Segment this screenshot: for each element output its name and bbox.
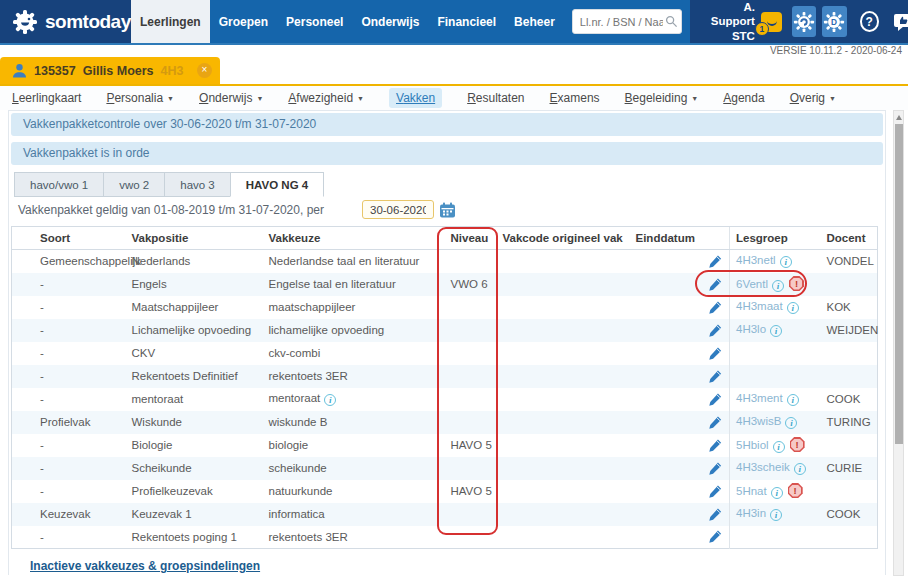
info-icon[interactable]: i (780, 256, 792, 268)
table-row: -Maatschappijleermaatschappijleer4H3maat… (12, 296, 878, 319)
nav-financieel[interactable]: Financieel (428, 0, 505, 43)
cell-einddatum (634, 365, 730, 388)
somtoday-core-app-icon[interactable] (792, 6, 816, 37)
info-icon[interactable]: i (787, 302, 799, 314)
info-icon[interactable]: i (785, 417, 797, 429)
notifications-icon[interactable]: 1 (761, 12, 782, 32)
info-icon[interactable]: i (324, 394, 336, 406)
menu-item-overig[interactable]: Overig▼ (790, 91, 836, 105)
menu-item-examens[interactable]: Examens (550, 91, 600, 105)
cell-lesgroep: 4H3ini (730, 503, 825, 526)
info-icon[interactable]: i (773, 441, 785, 453)
calendar-icon[interactable] (439, 202, 456, 218)
chevron-down-icon: ▼ (691, 95, 698, 102)
lesgroep-link[interactable]: 4H3scheik (736, 461, 790, 473)
edit-pencil-icon[interactable] (708, 369, 723, 384)
cell-niveau (449, 365, 501, 388)
cell-soort: - (12, 434, 130, 457)
cell-soort: - (12, 296, 130, 319)
vertical-scrollbar[interactable] (893, 110, 904, 576)
chevron-down-icon: ▼ (829, 95, 836, 102)
menu-item-onderwijs[interactable]: Onderwijs▼ (199, 91, 263, 105)
chevron-down-icon: ▼ (167, 95, 174, 102)
table-row: KeuzevakKeuzevak 1informatica4H3iniCOOK (12, 503, 878, 526)
warning-icon[interactable]: ! (789, 276, 804, 291)
inactive-subjects-link[interactable]: Inactieve vakkeuzes & groepsindelingen (30, 559, 260, 573)
package-tab-vwo-2[interactable]: vwo 2 (103, 172, 164, 197)
warning-icon[interactable]: ! (788, 483, 803, 498)
menu-item-leerlingkaart[interactable]: Leerlingkaart (12, 91, 81, 105)
table-row: -mentoraatmentoraati4H3mentiCOOK (12, 388, 878, 411)
somtoday-docent-app-icon[interactable]: D (822, 6, 846, 37)
edit-pencil-icon[interactable] (708, 323, 723, 338)
column-header-niveau: Niveau (449, 227, 501, 250)
package-tab-havo-3[interactable]: havo 3 (164, 172, 230, 197)
lesgroep-link[interactable]: 5Hbiol (736, 439, 769, 451)
lesgroep-link[interactable]: 4H3ment (736, 392, 783, 404)
cell-soort: - (12, 457, 130, 480)
edit-pencil-icon[interactable] (708, 438, 723, 453)
info-icon[interactable]: i (787, 394, 799, 406)
lesgroep-link[interactable]: 4H3netl (736, 254, 776, 266)
lesgroep-link[interactable]: 6Ventl (736, 278, 768, 290)
cell-docent: COOK (825, 503, 878, 526)
info-icon[interactable]: i (770, 325, 782, 337)
edit-pencil-icon[interactable] (708, 392, 723, 407)
nav-groepen[interactable]: Groepen (210, 0, 277, 43)
date-input[interactable] (362, 200, 434, 219)
student-menu: LeerlingkaartPersonalia▼Onderwijs▼Afwezi… (0, 86, 908, 110)
cell-vakpositie: Profielkeuzevak (130, 480, 267, 503)
table-row: ProfielvakWiskundewiskunde B4H3wisBiTURI… (12, 411, 878, 434)
edit-pencil-icon[interactable] (708, 461, 723, 476)
cell-lesgroep: 4H3menti (730, 388, 825, 411)
nav-leerlingen[interactable]: Leerlingen (131, 0, 210, 43)
scrollbar-up-arrow-icon[interactable] (896, 115, 902, 120)
student-tab[interactable]: 135357 Gillis Moers 4H3 × (0, 57, 220, 84)
help-icon[interactable]: ? (860, 11, 879, 32)
edit-pencil-icon[interactable] (708, 507, 723, 522)
package-tab-havo-ng-4[interactable]: HAVO NG 4 (230, 172, 324, 197)
somtoday-logo[interactable]: somtoday (0, 0, 131, 43)
edit-pencil-icon[interactable] (708, 277, 723, 292)
edit-pencil-icon[interactable] (708, 484, 723, 499)
lesgroep-link[interactable]: 5Hnat (736, 485, 767, 497)
menu-item-personalia[interactable]: Personalia▼ (106, 91, 174, 105)
cell-lesgroep: 5Hnati! (730, 480, 825, 503)
info-icon[interactable]: i (770, 509, 782, 521)
info-icon[interactable]: i (771, 487, 783, 499)
close-student-tab-icon[interactable]: × (197, 63, 212, 78)
lesgroep-link[interactable]: 4H3in (736, 507, 766, 519)
nav-beheer[interactable]: Beheer (505, 0, 564, 43)
warning-icon[interactable]: ! (790, 437, 805, 452)
menu-item-afwezigheid[interactable]: Afwezigheid▼ (288, 91, 364, 105)
top-bar: somtoday LeerlingenGroepenPersoneelOnder… (0, 0, 908, 45)
nav-onderwijs[interactable]: Onderwijs (352, 0, 428, 43)
info-icon[interactable]: i (794, 463, 806, 475)
edit-pencil-icon[interactable] (708, 300, 723, 315)
cell-vakpositie: Rekentoets Definitief (130, 365, 267, 388)
cell-docent: VONDEL (825, 250, 878, 273)
feedback-icon[interactable] (893, 12, 908, 32)
cell-docent (825, 434, 878, 457)
edit-pencil-icon[interactable] (708, 415, 723, 430)
edit-pencil-icon[interactable] (708, 529, 723, 544)
cell-niveau: VWO 6 (449, 273, 501, 296)
menu-item-agenda[interactable]: Agenda (723, 91, 764, 105)
cell-lesgroep (730, 526, 825, 549)
scrollbar-thumb[interactable] (895, 124, 903, 444)
menu-item-vakken[interactable]: Vakken (389, 88, 442, 108)
user-menu[interactable]: A. Support STC (702, 0, 755, 43)
lesgroep-link[interactable]: 4H3maat (736, 300, 783, 312)
info-icon[interactable]: i (772, 280, 784, 292)
lesgroep-link[interactable]: 4H3lo (736, 323, 766, 335)
user-org: STC (702, 29, 755, 43)
edit-pencil-icon[interactable] (708, 346, 723, 361)
cell-docent (825, 480, 878, 503)
package-tab-havo-vwo-1[interactable]: havo/vwo 1 (14, 172, 103, 197)
nav-personeel[interactable]: Personeel (277, 0, 352, 43)
menu-item-begeleiding[interactable]: Begeleiding▼ (625, 91, 699, 105)
edit-pencil-icon[interactable] (708, 254, 723, 269)
cell-vakpositie: Rekentoets poging 1 (130, 526, 267, 549)
menu-item-resultaten[interactable]: Resultaten (467, 91, 524, 105)
lesgroep-link[interactable]: 4H3wisB (736, 415, 781, 427)
